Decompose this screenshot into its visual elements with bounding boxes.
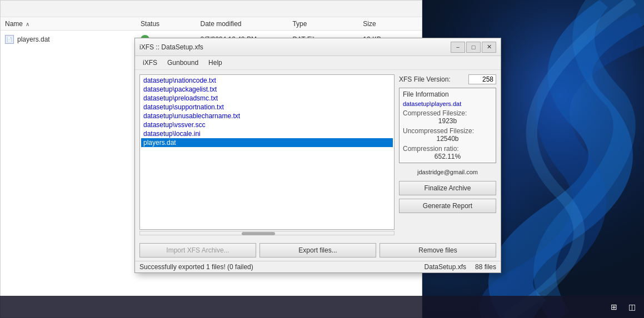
list-item[interactable]: datasetup\supportnation.txt [141, 103, 393, 112]
menu-help[interactable]: Help [204, 57, 227, 68]
menu-gunbound[interactable]: Gunbound [163, 57, 203, 68]
column-size[interactable]: Size [363, 20, 417, 28]
right-panel: XFS File Version: File Information datas… [399, 74, 496, 235]
status-file-count: 88 files [475, 263, 496, 271]
minimize-button[interactable]: − [451, 42, 465, 53]
scrollbar-thumb[interactable] [242, 232, 275, 235]
column-name[interactable]: Name ∧ [5, 20, 141, 28]
file-information-title: File Information [403, 90, 492, 98]
uncompressed-filesize-label: Uncompressed Filesize: [403, 127, 492, 135]
status-right: DataSetup.xfs 88 files [425, 263, 496, 271]
xfs-version-label: XFS File Version: [399, 75, 451, 83]
ixfs-dialog: iXFS :: DataSetup.xfs − □ ✕ iXFS Gunboun… [134, 38, 501, 273]
list-item[interactable]: datasetup\packagelist.txt [141, 85, 393, 94]
list-item[interactable]: datasetup\vssver.scc [141, 120, 393, 129]
horizontal-scrollbar[interactable] [139, 231, 395, 235]
column-status[interactable]: Status [141, 20, 200, 28]
file-path: datasetup\players.dat [403, 100, 492, 107]
dialog-statusbar: Successfully exported 1 files! (0 failed… [135, 261, 501, 272]
window-controls: − □ ✕ [451, 42, 496, 53]
file-name-cell: 📄 players.dat [5, 35, 141, 44]
list-item-selected[interactable]: players.dat [141, 138, 393, 147]
dialog-titlebar: iXFS :: DataSetup.xfs − □ ✕ [135, 38, 501, 56]
list-item[interactable]: datasetup\locale.ini [141, 129, 393, 138]
taskbar-icons: ⊞ ◫ [606, 299, 640, 315]
status-message: Successfully exported 1 files! (0 failed… [139, 263, 253, 271]
compressed-filesize-value: 1923b [403, 117, 492, 125]
taskbar-grid-icon[interactable]: ⊞ [606, 299, 622, 315]
taskbar-layout-icon[interactable]: ◫ [624, 299, 640, 315]
taskbar: ⊞ ◫ [0, 296, 644, 318]
remove-files-button[interactable]: Remove files [380, 243, 496, 258]
sort-arrow-icon: ∧ [26, 21, 29, 27]
compression-ratio-label: Compression ratio: [403, 145, 492, 153]
import-button[interactable]: Import XFS Archive... [139, 243, 256, 258]
xfs-version-input[interactable] [468, 74, 496, 84]
compression-ratio-value: 652.11% [403, 153, 492, 160]
column-date-modified[interactable]: Date modified [200, 20, 292, 28]
file-explorer-columns: Name ∧ Status Date modified Type Size [1, 17, 422, 31]
file-explorer-header [1, 1, 422, 17]
file-list[interactable]: datasetup\nationcode.txt datasetup\packa… [139, 74, 395, 230]
dialog-menubar: iXFS Gunbound Help [135, 56, 501, 70]
file-icon: 📄 [5, 35, 14, 44]
list-item[interactable]: datasetup\nationcode.txt [141, 76, 393, 85]
export-button[interactable]: Export files... [259, 243, 376, 258]
menu-ixfs[interactable]: iXFS [138, 57, 162, 68]
email-address: jdastridge@gmail.com [399, 169, 496, 175]
close-button[interactable]: ✕ [482, 42, 496, 53]
xfs-version-row: XFS File Version: [399, 74, 496, 84]
dialog-footer: Import XFS Archive... Export files... Re… [135, 240, 501, 261]
maximize-button[interactable]: □ [466, 42, 481, 53]
dialog-body: datasetup\nationcode.txt datasetup\packa… [135, 70, 501, 240]
generate-report-button[interactable]: Generate Report [399, 199, 496, 213]
finalize-archive-button[interactable]: Finalize Archive [399, 181, 496, 195]
status-filename: DataSetup.xfs [425, 263, 466, 271]
dialog-title: iXFS :: DataSetup.xfs [139, 43, 203, 51]
file-information-section: File Information datasetup\players.dat C… [399, 88, 496, 163]
column-type[interactable]: Type [292, 20, 363, 28]
compressed-filesize-label: Compressed Filesize: [403, 109, 492, 117]
list-item[interactable]: datasetup\preloadsmc.txt [141, 94, 393, 103]
uncompressed-filesize-value: 12540b [403, 135, 492, 143]
file-list-container: datasetup\nationcode.txt datasetup\packa… [139, 74, 395, 235]
list-item[interactable]: datasetup\unusablecharname.txt [141, 112, 393, 120]
